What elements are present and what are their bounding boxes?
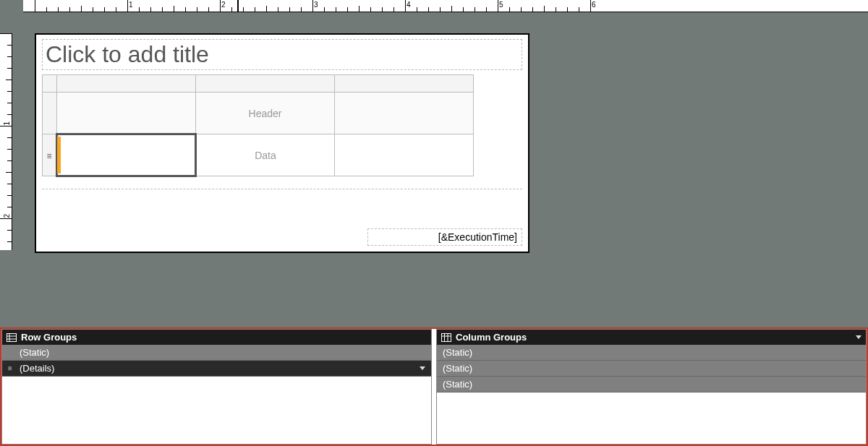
- row-groups-list: (Static)≡(Details): [2, 345, 431, 444]
- tablix-corner[interactable]: [43, 75, 57, 93]
- tablix-data-cell-2[interactable]: Data: [196, 134, 335, 176]
- report-page[interactable]: Click to add title Header ≡: [35, 33, 529, 253]
- tablix-header-cell-2[interactable]: Header: [196, 93, 335, 134]
- execution-time-textbox[interactable]: [&ExecutionTime]: [367, 228, 522, 246]
- tablix-col-header-1[interactable]: [57, 75, 196, 93]
- vertical-ruler: 12: [0, 33, 12, 250]
- tablix[interactable]: Header ≡ Data: [42, 74, 474, 177]
- column-groups-menu-caret-icon[interactable]: [856, 335, 861, 339]
- report-title-placeholder: Click to add title: [46, 41, 209, 67]
- row-groups-header[interactable]: Row Groups: [2, 330, 431, 345]
- tablix-col-header-3[interactable]: [335, 75, 474, 93]
- detail-handle-icon: ≡: [46, 151, 51, 161]
- row-group-item[interactable]: (Static): [2, 345, 431, 361]
- table-columns-icon: [441, 333, 451, 342]
- column-group-item[interactable]: (Static): [437, 361, 866, 377]
- group-menu-caret-icon[interactable]: [420, 366, 425, 370]
- ruler-cursor-marker: [237, 0, 239, 12]
- row-group-item[interactable]: ≡(Details): [2, 361, 431, 377]
- horizontal-ruler: 123456: [23, 0, 868, 12]
- table-rows-icon: [7, 333, 17, 342]
- group-label: (Static): [20, 347, 49, 358]
- row-groups-panel: Row Groups (Static)≡(Details): [1, 329, 432, 445]
- column-group-item[interactable]: (Static): [437, 377, 866, 393]
- group-label: (Static): [443, 363, 472, 374]
- column-groups-list: (Static)(Static)(Static): [437, 345, 866, 444]
- page-footer-separator: [42, 189, 522, 189]
- column-group-item[interactable]: (Static): [437, 345, 866, 361]
- report-title-textbox[interactable]: Click to add title: [42, 39, 522, 70]
- group-label: (Static): [443, 347, 472, 358]
- svg-rect-4: [442, 333, 451, 341]
- group-handle-icon: ≡: [8, 364, 15, 372]
- tablix-data-cell-3[interactable]: [335, 134, 474, 176]
- group-label: (Static): [443, 379, 472, 390]
- row-groups-title: Row Groups: [21, 332, 77, 343]
- grouping-pane: Row Groups (Static)≡(Details) Column Gro…: [0, 327, 868, 446]
- tablix-row-handle-detail[interactable]: ≡: [43, 134, 57, 176]
- column-groups-title: Column Groups: [456, 332, 527, 343]
- svg-rect-0: [7, 333, 17, 341]
- tablix-data-cell-1-selected[interactable]: [57, 134, 196, 176]
- column-groups-header[interactable]: Column Groups: [437, 330, 866, 345]
- tablix-col-header-2[interactable]: [196, 75, 335, 93]
- tablix-row-handle-header[interactable]: [43, 93, 57, 134]
- group-label: (Details): [20, 363, 54, 374]
- column-groups-panel: Column Groups (Static)(Static)(Static): [436, 329, 867, 445]
- tablix-header-cell-1[interactable]: [57, 93, 196, 134]
- tablix-header-cell-3[interactable]: [335, 93, 474, 134]
- report-design-surface[interactable]: 123456 12 Click to add title Header: [0, 0, 868, 327]
